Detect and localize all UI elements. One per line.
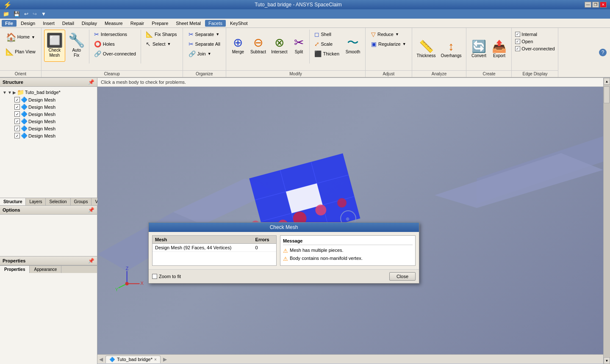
menu-facets[interactable]: Facets	[205, 20, 226, 27]
qa-open-button[interactable]: 📁	[2, 11, 11, 17]
structure-tree: ▼ ▼ ▶ 📁 Tuto_bad bridge* ✓ 🔷 Design Mesh…	[0, 87, 97, 198]
menu-design[interactable]: Design	[17, 20, 39, 27]
mesh-checkbox-3[interactable]: ✓	[14, 111, 20, 117]
holes-button[interactable]: ⭕Holes	[91, 39, 139, 49]
tree-expand-icon[interactable]: ▼	[3, 90, 7, 95]
modify-group: ⊕ Merge ⊖ Subtract ⊗ Intersect ✂ Split ◻…	[226, 28, 366, 77]
plan-view-button[interactable]: 📐 Plan View	[3, 46, 39, 58]
menu-display[interactable]: Display	[78, 20, 100, 27]
subtract-button[interactable]: ⊖ Subtract	[248, 30, 268, 62]
home-button[interactable]: 🏠 Home ▼	[3, 30, 38, 45]
pin-button[interactable]: 📌	[88, 79, 94, 85]
scale-button[interactable]: ⤢Scale	[311, 39, 343, 49]
qa-undo-button[interactable]: ↩	[23, 11, 30, 17]
over-connected-checkbox-row[interactable]: Over-connected	[515, 46, 555, 52]
menu-detail[interactable]: Detail	[59, 20, 78, 27]
over-connected-edge-checkbox[interactable]	[515, 46, 520, 51]
intersections-button[interactable]: ✂Intersections	[91, 30, 139, 39]
tree-root-item[interactable]: ▼ ▼ ▶ 📁 Tuto_bad bridge*	[2, 88, 95, 96]
scroll-left-icon[interactable]: ◀	[99, 356, 105, 362]
over-connected-button[interactable]: 🔗Over-connected	[91, 49, 139, 58]
scroll-down-arrow[interactable]: ▼	[604, 357, 610, 364]
properties-label: Properties	[3, 258, 25, 263]
smooth-button[interactable]: 〜 Smooth	[343, 30, 363, 62]
menu-measure[interactable]: Measure	[101, 20, 126, 27]
tab-groups[interactable]: Groups	[71, 198, 92, 205]
right-scrollbar[interactable]: ▲ ▼	[603, 78, 610, 364]
tab-selection[interactable]: Selection	[46, 198, 70, 205]
join-button[interactable]: 🔗Join ▼	[186, 49, 214, 58]
thickness-button[interactable]: 📏 Thickness	[415, 33, 438, 66]
select-button[interactable]: ↖Select ▼	[143, 39, 180, 49]
thicken-button[interactable]: ⬛Thicken	[311, 49, 343, 58]
qa-redo-button[interactable]: ↪	[31, 11, 38, 17]
mesh-icon-4: 🔷	[21, 118, 28, 124]
tree-item-5[interactable]: ✓ 🔷 Design Mesh	[2, 125, 95, 132]
menu-insert[interactable]: Insert	[39, 20, 58, 27]
mesh-icon-5: 🔷	[21, 125, 28, 132]
check-mesh-button[interactable]: 🔲 CheckMesh	[44, 30, 65, 62]
viewport[interactable]: ⊕ Z X Y Check Mesh	[97, 87, 603, 354]
props-tab-properties[interactable]: Properties	[0, 266, 30, 273]
mesh-col-header: Mesh	[152, 236, 253, 244]
menu-file[interactable]: File	[2, 20, 17, 27]
tree-item-1[interactable]: ✓ 🔷 Design Mesh	[2, 96, 95, 103]
tree-item-6[interactable]: ✓ 🔷 Design Mesh	[2, 132, 95, 139]
reduce-button[interactable]: ▽Reduce ▼	[368, 30, 402, 39]
tab-layers[interactable]: Layers	[26, 198, 46, 205]
mesh-label-1: Design Mesh	[28, 97, 55, 102]
split-button[interactable]: ✂ Split	[291, 30, 308, 62]
auto-fix-button[interactable]: 🔧 AutoFix	[66, 30, 87, 62]
menu-repair[interactable]: Repair	[127, 20, 147, 27]
properties-pin[interactable]: 📌	[88, 258, 94, 264]
scroll-track[interactable]	[604, 85, 610, 357]
close-dialog-button[interactable]: Close	[389, 272, 416, 281]
props-tab-appearance[interactable]: Appearance	[30, 266, 61, 273]
close-button[interactable]: ✕	[600, 2, 607, 8]
tree-item-4[interactable]: ✓ 🔷 Design Mesh	[2, 118, 95, 125]
tree-expand-2[interactable]: ▼	[8, 90, 12, 95]
mesh-checkbox-6[interactable]: ✓	[14, 133, 20, 138]
menu-sheet-metal[interactable]: Sheet Metal	[172, 20, 204, 27]
qa-save-button[interactable]: 💾	[12, 11, 21, 17]
window-controls[interactable]: — ❐ ✕	[585, 2, 607, 8]
regularize-button[interactable]: ▣Regularize ▼	[368, 39, 409, 49]
fix-sharps-button[interactable]: 📐Fix Sharps	[143, 30, 180, 39]
menu-prepare[interactable]: Prepare	[148, 20, 172, 27]
separate-all-button[interactable]: ✂Separate All	[186, 39, 223, 49]
options-pin[interactable]: 📌	[88, 207, 94, 213]
qa-dropdown-button[interactable]: ▼	[40, 11, 47, 17]
mesh-checkbox-5[interactable]: ✓	[14, 126, 20, 131]
scroll-right-icon[interactable]: ▶	[161, 356, 167, 362]
intersect-button[interactable]: ⊗ Intersect	[269, 30, 289, 62]
tab-structure[interactable]: Structure	[0, 198, 26, 205]
scroll-thumb[interactable]	[604, 86, 610, 103]
tree-item-3[interactable]: ✓ 🔷 Design Mesh	[2, 110, 95, 118]
mesh-checkbox-2[interactable]: ✓	[14, 104, 20, 110]
mesh-checkbox-1[interactable]: ✓	[14, 97, 20, 102]
export-button[interactable]: 📤 Export	[489, 33, 509, 66]
overhangs-button[interactable]: ↕ Overhangs	[439, 33, 464, 66]
zoom-checkbox[interactable]	[152, 274, 157, 279]
help-button[interactable]: ?	[599, 49, 607, 56]
tab-close-button[interactable]: ×	[154, 357, 157, 362]
shell-button[interactable]: ◻Shell	[311, 30, 343, 39]
maximize-button[interactable]: ❐	[592, 2, 599, 8]
merge-button[interactable]: ⊕ Merge	[229, 30, 247, 62]
tab-icon: 🔷	[109, 357, 115, 362]
internal-checkbox-row[interactable]: Internal	[515, 31, 555, 37]
open-checkbox[interactable]	[515, 39, 520, 44]
tree-item-2[interactable]: ✓ 🔷 Design Mesh	[2, 103, 95, 110]
scroll-up-arrow[interactable]: ▲	[604, 78, 610, 85]
minimize-button[interactable]: —	[585, 2, 591, 8]
internal-checkbox[interactable]	[515, 32, 520, 37]
open-checkbox-row[interactable]: Open	[515, 39, 555, 44]
message-text-2: Body contains non-manifold vertex.	[290, 256, 363, 261]
menu-keyshot[interactable]: KeyShot	[227, 20, 251, 27]
zoom-to-fit-row[interactable]: Zoom to fit	[152, 274, 181, 279]
mesh-checkbox-4[interactable]: ✓	[14, 119, 20, 124]
tree-expand-3[interactable]: ▶	[13, 90, 16, 95]
canvas-tab-main[interactable]: 🔷 Tuto_bad bridge* ×	[105, 356, 161, 363]
convert-button[interactable]: 🔄 Convert	[469, 33, 488, 66]
separate-button[interactable]: ✂Separate ▼	[186, 30, 223, 39]
